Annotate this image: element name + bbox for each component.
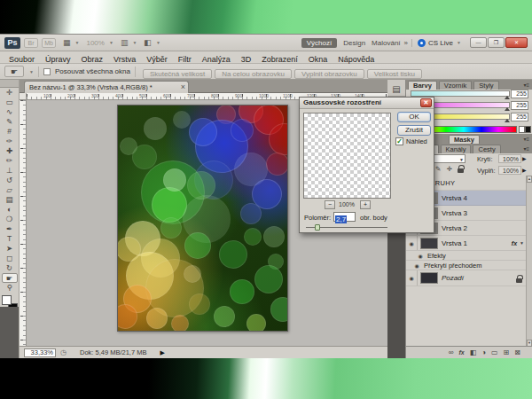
dialog-close-icon[interactable]: ✕: [420, 98, 432, 107]
eye-icon[interactable]: ◉: [415, 253, 426, 259]
collapse-fx-icon[interactable]: ▼: [520, 240, 524, 246]
zoom-level-dropdown[interactable]: 100%: [82, 39, 104, 47]
color-value[interactable]: 255: [511, 90, 528, 98]
quick-selection-tool[interactable]: ✎: [2, 117, 18, 127]
menu-item-0[interactable]: Soubor: [4, 55, 40, 64]
eyedropper-tool[interactable]: ✑: [2, 137, 18, 146]
menu-item-6[interactable]: Analýza: [197, 55, 236, 64]
tab-layers-1[interactable]: Kanály: [441, 145, 472, 153]
lock-position-icon[interactable]: ✛: [446, 165, 451, 173]
close-button[interactable]: ✕: [505, 37, 528, 48]
workspace-button-2[interactable]: Malování: [372, 39, 400, 47]
tools-panel-header[interactable]: [0, 80, 19, 88]
layers-scrollbar[interactable]: ▲ ▼: [526, 176, 532, 347]
new-group-icon[interactable]: ▭: [491, 348, 498, 356]
color-slider-handle[interactable]: [505, 107, 510, 111]
lock-pixels-icon[interactable]: ✎: [435, 165, 441, 173]
type-tool[interactable]: T: [2, 234, 18, 244]
workspace-button-1[interactable]: Design: [343, 39, 365, 47]
preview-zoom-out-button[interactable]: −: [325, 200, 335, 209]
options-button-3[interactable]: Velikost tisku: [367, 69, 422, 79]
screen-mode-icon[interactable]: ◧: [140, 38, 152, 47]
opacity-value[interactable]: 100%: [498, 154, 521, 163]
gaussian-blur-dialog[interactable]: Gaussovské rozostření ✕ − 100% + Poloměr…: [299, 97, 434, 233]
preview-zoom-in-button[interactable]: +: [360, 200, 371, 209]
eraser-tool[interactable]: ▱: [2, 185, 18, 195]
radius-slider[interactable]: [306, 224, 387, 231]
color-slider-handle[interactable]: [505, 96, 510, 99]
dialog-title-bar[interactable]: Gaussovské rozostření ✕: [300, 98, 434, 109]
marquee-tool[interactable]: ▭: [2, 98, 18, 107]
tab-layers-menu-icon[interactable]: ▾≡: [520, 145, 532, 153]
tab-color-menu-icon[interactable]: ▾≡: [520, 81, 532, 90]
new-adjustment-layer-icon[interactable]: ◑: [481, 348, 486, 356]
document-canvas[interactable]: [117, 105, 288, 332]
menu-item-3[interactable]: Vrstva: [108, 55, 141, 64]
brush-tool[interactable]: ✏: [2, 156, 18, 166]
ok-button[interactable]: OK: [397, 112, 431, 122]
options-button-1[interactable]: Na celou obrazovku: [215, 69, 292, 79]
lock-all-icon[interactable]: [458, 168, 464, 173]
menu-item-8[interactable]: Zobrazení: [256, 55, 303, 64]
foreground-color-swatch[interactable]: [2, 295, 12, 305]
options-button-0[interactable]: Skutečná velikost: [143, 69, 212, 79]
preview-option[interactable]: ✓ Náhled: [395, 137, 427, 145]
pan-all-windows-checkbox[interactable]: [43, 68, 51, 75]
tab-layers-2[interactable]: Cesty: [473, 145, 500, 153]
mini-bridge-button[interactable]: Mb: [42, 38, 56, 48]
add-layer-mask-icon[interactable]: ◧: [470, 348, 477, 356]
menu-item-5[interactable]: Filtr: [173, 55, 197, 64]
color-value[interactable]: 255: [511, 101, 528, 110]
menu-item-2[interactable]: Obraz: [76, 55, 109, 64]
eye-icon[interactable]: ◉: [411, 262, 422, 269]
menu-item-1[interactable]: Úpravy: [40, 55, 76, 64]
history-brush-tool[interactable]: ↺: [2, 176, 18, 185]
clone-stamp-tool[interactable]: ⊥: [2, 166, 18, 176]
menu-item-4[interactable]: Výběr: [141, 55, 173, 64]
fill-value[interactable]: 100%: [498, 166, 521, 175]
menu-item-9[interactable]: Okna: [303, 55, 333, 64]
radius-input[interactable]: 2,7: [333, 212, 356, 222]
layer-effect-row[interactable]: ◉Efekty: [406, 251, 527, 261]
blur-tool[interactable]: ◐: [2, 205, 18, 215]
tab-masks-menu-icon[interactable]: ▾≡: [520, 135, 532, 144]
eye-icon[interactable]: ◉: [406, 270, 418, 286]
shape-tool[interactable]: ◻: [2, 254, 18, 263]
black-swatch[interactable]: [525, 126, 531, 133]
delete-layer-icon[interactable]: ⊠: [514, 348, 520, 356]
cancel-button[interactable]: Zrušit: [397, 125, 431, 136]
blur-preview-box[interactable]: [303, 113, 391, 199]
layer-row[interactable]: ◉Vrstva 1fx▼: [406, 236, 527, 251]
options-button-2[interactable]: Vyplnit obrazovku: [294, 69, 364, 79]
minimize-button[interactable]: —: [470, 37, 487, 48]
scroll-up-icon[interactable]: ▲: [527, 176, 532, 183]
path-selection-tool[interactable]: ➤: [2, 244, 18, 254]
close-tab-icon[interactable]: ×: [181, 82, 185, 93]
color-slider-bar[interactable]: [411, 90, 510, 97]
preview-checkbox[interactable]: ✓: [395, 137, 403, 145]
tab-color-2[interactable]: Styly: [473, 81, 498, 90]
restore-button[interactable]: ❐: [488, 37, 505, 48]
status-zoom-input[interactable]: 33,33%: [24, 348, 56, 357]
eye-icon[interactable]: ◉: [406, 236, 418, 250]
layer-effect-row[interactable]: ◉Překrytí přechodem: [406, 261, 527, 270]
layer-thumbnail[interactable]: [420, 272, 438, 284]
healing-brush-tool[interactable]: ✚: [2, 146, 18, 156]
link-layers-icon[interactable]: ∞: [449, 348, 454, 356]
3d-rotate-tool[interactable]: ↻: [2, 263, 18, 273]
gradient-tool[interactable]: ▤: [2, 195, 18, 205]
layer-thumbnail[interactable]: [420, 238, 438, 249]
slider-thumb[interactable]: [315, 224, 320, 231]
color-slider-handle[interactable]: [505, 119, 510, 122]
workspace-button-0[interactable]: Výchozí: [301, 38, 337, 48]
tab-masks-0[interactable]: Masky: [449, 135, 480, 144]
pen-tool[interactable]: ✒: [2, 224, 18, 234]
workspace-more-button[interactable]: »: [404, 39, 408, 47]
zoom-tool[interactable]: ⚲: [2, 283, 18, 293]
layer-effects-icon[interactable]: fx: [458, 349, 464, 356]
arrange-documents-icon[interactable]: ▥: [117, 38, 129, 47]
layer-row[interactable]: ◉Pozadí: [406, 270, 527, 286]
tab-color-1[interactable]: Vzorník: [439, 81, 472, 90]
opacity-spinner-icon[interactable]: ▶: [522, 155, 527, 161]
menu-item-7[interactable]: 3D: [236, 55, 257, 64]
